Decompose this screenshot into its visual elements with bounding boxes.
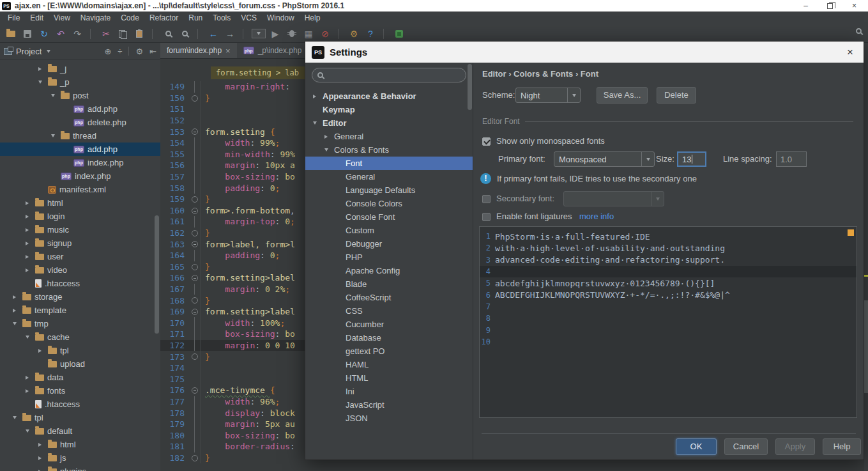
settings-nav-console-font[interactable]: Console Font: [305, 210, 473, 224]
settings-nav-scrollbar[interactable]: [468, 64, 472, 110]
expand-collapsed-icon[interactable]: [38, 443, 48, 447]
warning-stripe-mark[interactable]: [864, 275, 868, 277]
settings-nav-font[interactable]: Font: [305, 157, 473, 170]
settings-nav-apache-config[interactable]: Apache Config: [305, 264, 473, 277]
menu-file[interactable]: File: [3, 12, 25, 25]
expand-collapsed-icon[interactable]: [13, 295, 22, 299]
close-button[interactable]: ×: [852, 0, 857, 12]
expand-expanded-icon[interactable]: [26, 336, 35, 339]
ok-button[interactable]: OK: [676, 438, 717, 455]
settings-nav-html[interactable]: HTML: [305, 371, 473, 385]
save-as-button[interactable]: Save As...: [597, 87, 648, 104]
tree-item-thread[interactable]: thread: [0, 129, 160, 143]
tree-item-post[interactable]: post: [0, 89, 160, 102]
tree-item-tpl[interactable]: tpl: [0, 411, 160, 424]
fold-marker-icon[interactable]: [190, 385, 201, 396]
font-size-input[interactable]: 13: [677, 151, 706, 167]
undo-icon[interactable]: ↶: [52, 27, 69, 41]
settings-search-input[interactable]: [312, 68, 466, 82]
expand-collapsed-icon[interactable]: [38, 349, 48, 353]
menu-edit[interactable]: Edit: [25, 12, 49, 25]
menu-tools[interactable]: Tools: [208, 12, 236, 25]
ligatures-checkbox[interactable]: [482, 213, 491, 221]
menu-help[interactable]: Help: [300, 12, 326, 25]
fold-marker-icon[interactable]: [190, 228, 201, 239]
project-tree-scrollbar[interactable]: [155, 215, 159, 334]
settings-nav-blade[interactable]: Blade: [305, 277, 473, 291]
expand-collapsed-icon[interactable]: [38, 456, 48, 460]
debug-icon[interactable]: [284, 27, 300, 41]
run-icon[interactable]: ▶: [267, 27, 284, 41]
expand-collapsed-icon[interactable]: [38, 67, 48, 71]
scheme-select[interactable]: Night: [515, 88, 581, 103]
tree-item-template[interactable]: template: [0, 304, 160, 317]
expand-collapsed-icon[interactable]: [26, 268, 35, 272]
expand-collapsed-icon[interactable]: [26, 215, 35, 219]
settings-close-icon[interactable]: ×: [847, 46, 857, 59]
expand-collapsed-icon[interactable]: [313, 95, 323, 98]
secondary-font-checkbox[interactable]: [482, 195, 491, 203]
fold-marker-icon[interactable]: [190, 194, 201, 205]
settings-nav-json[interactable]: JSON: [305, 412, 473, 425]
menu-run[interactable]: Run: [183, 12, 208, 25]
expand-expanded-icon[interactable]: [313, 121, 323, 125]
tree-item-video[interactable]: video: [0, 263, 160, 277]
settings-nav-php[interactable]: PHP: [305, 251, 473, 264]
settings-nav-ini[interactable]: Ini: [305, 385, 473, 398]
tab-p-index-php[interactable]: php _p\index.php: [237, 43, 308, 58]
expand-expanded-icon[interactable]: [324, 148, 334, 151]
tree-item--j[interactable]: _j: [0, 62, 160, 75]
paste-icon[interactable]: [131, 27, 148, 41]
scheme-dropdown-icon[interactable]: [567, 88, 580, 102]
tree-item-html[interactable]: html: [0, 438, 160, 451]
expand-collapsed-icon[interactable]: [26, 255, 35, 259]
settings-nav-database[interactable]: Database: [305, 331, 473, 344]
expand-collapsed-icon[interactable]: [26, 228, 35, 232]
fold-marker-icon[interactable]: [190, 452, 201, 464]
locate-icon[interactable]: ⊕: [104, 47, 111, 56]
hide-panel-icon[interactable]: ⇤: [149, 47, 156, 56]
expand-collapsed-icon[interactable]: [26, 242, 35, 245]
tree-item-signup[interactable]: signup: [0, 236, 160, 250]
gear-icon[interactable]: ⚙: [135, 47, 143, 56]
cancel-button[interactable]: Cancel: [724, 438, 768, 455]
tree-item-plugins[interactable]: plugins: [0, 465, 160, 471]
tree-item-user[interactable]: user: [0, 250, 160, 263]
tree-item--p[interactable]: _p: [0, 75, 160, 89]
expand-collapsed-icon[interactable]: [26, 376, 35, 380]
menu-window[interactable]: Window: [262, 12, 300, 25]
more-info-link[interactable]: more info: [579, 208, 614, 225]
tree-item-tmp[interactable]: tmp: [0, 317, 160, 330]
replace-icon[interactable]: [176, 27, 193, 41]
settings-nav-language-defaults[interactable]: Language Defaults: [305, 183, 473, 197]
tree-item-fonts[interactable]: fonts: [0, 384, 160, 398]
menu-code[interactable]: Code: [116, 12, 144, 25]
settings-nav-appearance-behavior[interactable]: Appearance & Behavior: [305, 89, 473, 103]
redo-icon[interactable]: ↷: [69, 27, 86, 41]
settings-nav-colors-fonts[interactable]: Colors & Fonts: [305, 143, 473, 157]
expand-expanded-icon[interactable]: [13, 322, 22, 325]
settings-nav-css[interactable]: CSS: [305, 304, 473, 318]
fold-marker-icon[interactable]: [190, 306, 201, 318]
tree-item-login[interactable]: login: [0, 210, 160, 223]
forward-icon[interactable]: →: [222, 27, 238, 41]
save-all-icon[interactable]: [19, 27, 36, 41]
tree-item-tpl[interactable]: tpl: [0, 344, 160, 357]
synchronize-icon[interactable]: ↻: [36, 27, 52, 41]
settings-nav-editor[interactable]: Editor: [305, 116, 473, 130]
fold-marker-icon[interactable]: [190, 261, 201, 273]
expand-collapsed-icon[interactable]: [13, 309, 22, 313]
tree-item-music[interactable]: music: [0, 223, 160, 236]
help-button[interactable]: Help: [823, 438, 861, 455]
project-panel-title[interactable]: Project: [16, 47, 42, 56]
search-everywhere-icon[interactable]: [856, 28, 862, 34]
settings-nav-custom[interactable]: Custom: [305, 224, 473, 237]
menu-navigate[interactable]: Navigate: [75, 12, 116, 25]
fold-marker-icon[interactable]: [190, 238, 201, 250]
settings-icon[interactable]: ⚙: [346, 27, 362, 41]
settings-nav-general[interactable]: General: [305, 130, 473, 143]
tree-item-index-php[interactable]: phpindex.php: [0, 169, 160, 183]
tree-item-add-php[interactable]: phpadd.php: [0, 102, 160, 116]
expand-collapsed-icon[interactable]: [324, 135, 334, 139]
tree-item-storage[interactable]: storage: [0, 290, 160, 304]
